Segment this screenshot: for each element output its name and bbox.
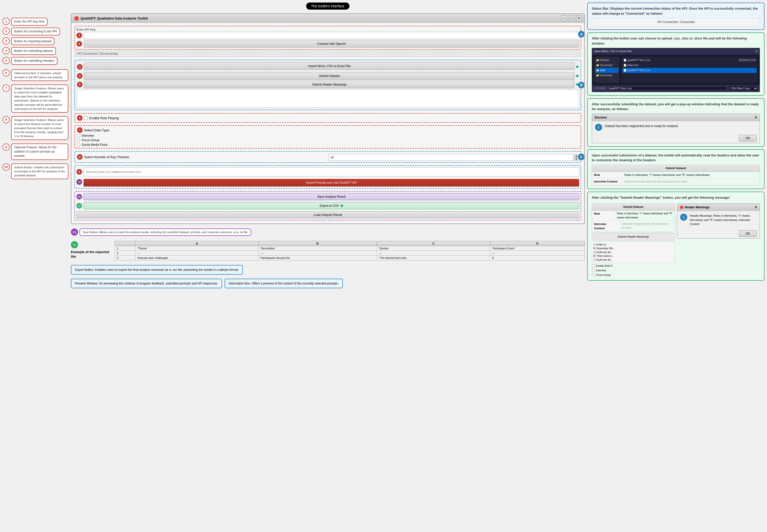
export-example-area: 12 Example of the exported file: A B C bbox=[71, 239, 585, 260]
radio-social-media[interactable]: Social Media Posts bbox=[77, 143, 579, 147]
preview-text-line-2: R: November 9th... bbox=[594, 247, 673, 250]
file-tree-item-4[interactable]: 📁 Downloads bbox=[595, 73, 618, 78]
prompts-input[interactable] bbox=[84, 167, 579, 176]
success-dialog-close[interactable]: ✕ bbox=[755, 115, 757, 120]
right-headers-box: Upon successful submission of a dataset,… bbox=[587, 149, 764, 189]
file-item-2[interactable]: 📄 data2.xlsx bbox=[622, 63, 757, 68]
header-meanings-close[interactable]: ✕ bbox=[755, 205, 757, 210]
right-success-title: After successfully submitting the datase… bbox=[592, 102, 760, 112]
api-key-input[interactable] bbox=[84, 32, 579, 39]
export-cell-3-3: "The blurred lines betv bbox=[377, 256, 490, 260]
export-cell-1-0: 1 bbox=[115, 246, 135, 251]
success-dialog-body: i Dataset has been segmented and is read… bbox=[592, 121, 760, 133]
badge-11: 11 bbox=[76, 194, 82, 199]
file-type-select[interactable]: CSV Files (*.csv) Excel Files (*.xlsx) W… bbox=[729, 86, 758, 91]
import-button[interactable]: Import Word, CSV or Excel File bbox=[84, 62, 575, 70]
close-button[interactable]: ✕ bbox=[576, 15, 582, 21]
annotation-11-text: Save Button: Allows users to save the an… bbox=[79, 229, 251, 236]
focus-group-radio[interactable] bbox=[592, 273, 595, 277]
right-file-dialog-box: After clicking the button user can choos… bbox=[587, 32, 764, 96]
annotation-text-2: Button for connecting to the API bbox=[11, 28, 60, 35]
annotation-text-5: Button for submitting Headers bbox=[11, 57, 57, 65]
badge-c: C bbox=[578, 154, 585, 160]
badge-11-bottom: 11 bbox=[71, 229, 78, 236]
minimize-button[interactable]: ─ bbox=[561, 15, 567, 21]
right-status-title: Status Bar: Displays the current connect… bbox=[592, 6, 760, 16]
export-button[interactable]: Export to CSV bbox=[84, 202, 579, 209]
submit-table-title: Submit Dataset bbox=[592, 165, 760, 172]
bottom-info-boxes: Export Button: Enables users to export t… bbox=[71, 265, 585, 275]
interview-label-preview: Interview bbox=[596, 269, 606, 273]
file-list: 📄 QualiGPT-Test-1.csv2023/10/2 2:09 📄 da… bbox=[621, 57, 758, 83]
radio-social-media-input[interactable] bbox=[77, 143, 80, 147]
file-name-input[interactable] bbox=[608, 86, 727, 91]
submit-dataset-button[interactable]: Submit Dataset bbox=[84, 72, 575, 80]
radio-focus-group[interactable]: Focus Group bbox=[77, 138, 579, 142]
annotation-num-1: 1 bbox=[3, 18, 10, 25]
themes-decrement[interactable]: ▼ bbox=[574, 158, 579, 161]
right-column: Status Bar: Displays the current connect… bbox=[587, 3, 764, 288]
export-cell-3-1: Remote work challenges bbox=[135, 256, 258, 260]
export-cell-1-1: 'Theme' bbox=[135, 246, 258, 251]
submit-headers-button[interactable]: Submit Header Meanings bbox=[84, 81, 575, 88]
file-dialog-title-text: Open Word, CSV or Excel File bbox=[594, 49, 632, 54]
success-ok-button[interactable]: OK bbox=[739, 135, 757, 141]
themes-input[interactable] bbox=[329, 154, 573, 161]
header-meanings-dialog-body: i Header Meanings: Roles in interviews, … bbox=[677, 211, 760, 229]
export-title-area: 12 Example of the exported file: bbox=[71, 239, 112, 260]
annotation-1: 1 Enter the API key here bbox=[3, 18, 68, 26]
submit-api-button[interactable]: Submit Prompt and Call ChatGPT API bbox=[84, 179, 579, 187]
submit-table-row-1: Role Roles in interviews, "I" means inte… bbox=[592, 172, 760, 179]
export-example-row: 12 Example of the exported file: A B C bbox=[71, 239, 585, 260]
export-col-d: D bbox=[490, 241, 585, 246]
success-dialog-footer: OK bbox=[592, 133, 760, 143]
file-item-1[interactable]: 📄 QualiGPT-Test-1.csv2023/10/2 2:09 bbox=[622, 58, 757, 63]
header-meanings-dialog-footer: OK bbox=[677, 229, 760, 238]
file-dialog-sim: Open Word, CSV or Excel File ✕ 📁 Desktop… bbox=[592, 48, 760, 92]
file-dialog-body: 📁 Desktop 📁 Documents 📁 Data 📁 Downloads… bbox=[592, 55, 760, 85]
header-meanings-ok-button[interactable]: OK bbox=[739, 230, 757, 237]
submit-table-cell-content-value: (optional) Please describe the meaning o… bbox=[622, 178, 689, 185]
file-dialog-close[interactable]: ✕ bbox=[755, 49, 758, 54]
file-item-3[interactable]: 📄 QualiGPT-Test-1.csv bbox=[622, 68, 757, 73]
badge-6: 6 bbox=[77, 115, 83, 121]
annotation-6: 6 Optional function: if checked, submit … bbox=[3, 69, 68, 81]
save-button[interactable]: Save Analysis Result bbox=[84, 193, 579, 200]
annotation-num-7: 7 bbox=[3, 85, 10, 92]
file-dialog-footer: 文件名(N): CSV Files (*.csv) Excel Files (*… bbox=[592, 85, 760, 92]
role-playing-checkbox[interactable] bbox=[84, 116, 88, 120]
header-meanings-dialog: 🔴 Header Meanings ✕ i Header Meanings: R… bbox=[677, 203, 760, 239]
header-meanings-icon: 🔴 bbox=[680, 205, 683, 210]
maximize-button[interactable]: □ bbox=[569, 15, 574, 21]
export-row-3: 3 Remote work challenges Participants di… bbox=[115, 256, 585, 260]
header-meanings-content-value: (optional) Please describe the meaning o… bbox=[620, 221, 675, 232]
export-cell-2-0: 2 bbox=[115, 251, 135, 256]
submit-table-row-2: Interview Content (optional) Please desc… bbox=[592, 178, 760, 185]
export-button-label: Export to CSV bbox=[319, 204, 339, 208]
radio-interview-input[interactable] bbox=[77, 134, 80, 137]
file-tree-item-2[interactable]: 📁 Documents bbox=[595, 63, 618, 68]
radio-interview-label: Interview bbox=[82, 134, 94, 137]
annotation-num-4: 4 bbox=[3, 47, 10, 54]
badge-12-export: 12 bbox=[71, 241, 78, 248]
role-checkbox-preview[interactable] bbox=[592, 264, 595, 268]
header-meanings-content: Submit Dataset Role Roles in interviews,… bbox=[592, 202, 760, 277]
submit-dataset-row: 4 Submit Dataset bbox=[77, 72, 579, 80]
badge-4: 4 bbox=[77, 73, 83, 79]
interview-radio[interactable] bbox=[592, 269, 595, 272]
window-body: Enter API Key: 1 2 Connect with OpenAI A… bbox=[71, 23, 584, 223]
export-row-1: 1 'Theme' 'Description' 'Quotes' 'Partic… bbox=[115, 246, 585, 251]
load-button[interactable]: Load Analysis Result bbox=[76, 211, 579, 218]
window-title-text: QualiGPT: Qualitative Data Analysis Tool… bbox=[80, 16, 148, 20]
prompts-section: 9 10 Submit Prompt and Call ChatGPT API bbox=[74, 165, 581, 189]
connect-button[interactable]: Connect with OpenAI bbox=[84, 40, 579, 48]
interview-radio-preview: Interview bbox=[592, 269, 675, 273]
preview-window-annotation: Preview Window: for previewing the conte… bbox=[71, 279, 222, 288]
export-cell-2-3: --- bbox=[377, 251, 490, 256]
radio-focus-group-input[interactable] bbox=[77, 139, 80, 142]
export-cell-2-1: --- bbox=[135, 251, 258, 256]
radio-interview[interactable]: Interview bbox=[77, 134, 579, 137]
radio-focus-group-label: Focus Group bbox=[82, 138, 99, 142]
file-tree-item-1[interactable]: 📁 Desktop bbox=[595, 58, 618, 63]
file-tree-item-3[interactable]: 📁 Data bbox=[595, 68, 618, 73]
